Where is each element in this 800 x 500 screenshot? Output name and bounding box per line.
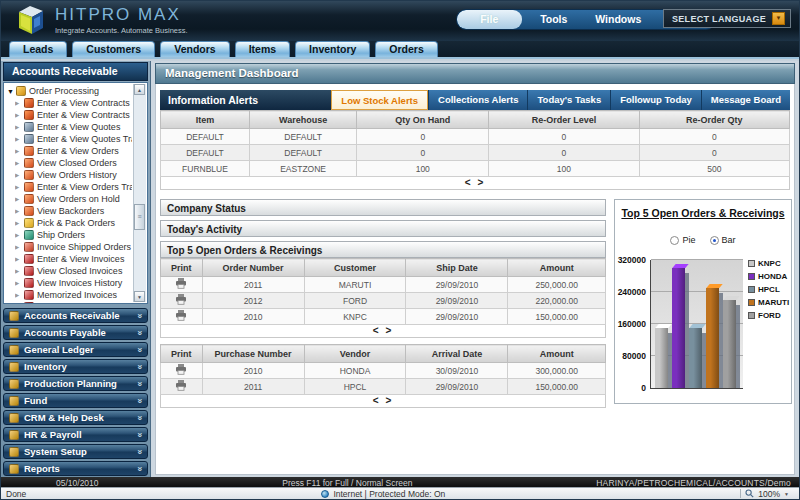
scroll-up-icon[interactable]: ▲ [134, 84, 145, 95]
legend-swatch [748, 286, 755, 293]
nav-tab-leads[interactable]: Leads [9, 41, 67, 57]
radio-bar-icon[interactable] [710, 236, 719, 245]
sidebar-section-inventory[interactable]: Inventory» [3, 359, 148, 374]
low-stock-alerts-table: ItemWarehouseQty On HandRe-Order LevelRe… [160, 110, 790, 177]
nav-tab-vendors[interactable]: Vendors [160, 41, 229, 57]
tree-item-memorized-invoices[interactable]: ▶Memorized Invoices [15, 289, 132, 301]
bar-hpcl[interactable] [689, 328, 702, 388]
bar-honda[interactable] [672, 268, 685, 388]
cell: DEFAULT [161, 145, 250, 161]
tree-item-view-closed-orders[interactable]: ▶View Closed Orders [15, 157, 132, 169]
cell: 250,000.00 [508, 277, 606, 293]
app-logo: HITPRO MAX Integrate Accounts. Automate … [13, 4, 188, 36]
cell: 29/09/2010 [406, 309, 508, 325]
sidebar-section-reports[interactable]: Reports» [3, 461, 148, 476]
alert-tab-collections-alerts[interactable]: Collections Alerts [428, 90, 527, 110]
sidebar-section-fund[interactable]: Fund» [3, 393, 148, 408]
sidebar-section-accounts-receivable[interactable]: Accounts Receivable» [3, 308, 148, 323]
tree-item-view-invoices-history[interactable]: ▶View Invoices History [15, 277, 132, 289]
cell: EASTZONE [249, 161, 356, 177]
select-language-label: SELECT LANGUAGE [672, 14, 766, 24]
tree-item-enter-view-orders-tracking[interactable]: ▶Enter & View Orders Tracking [15, 181, 132, 193]
tree-item-enter-view-orders[interactable]: ▶Enter & View Orders [15, 145, 132, 157]
alert-tab-message-board[interactable]: Message Board [701, 90, 790, 110]
panel-todays-activity[interactable]: Today's Activity [160, 220, 606, 237]
nav-tab-orders[interactable]: Orders [375, 41, 437, 57]
body-row: Accounts Receivable ▼Order Processing▶En… [1, 61, 799, 477]
bar-knpc[interactable] [655, 328, 668, 388]
contract-icon [24, 110, 34, 120]
tree-scrollbar[interactable]: ▲▼ [133, 84, 146, 302]
zoom-control[interactable]: 100% ▼ [740, 489, 789, 499]
sidebar-section-crm-help-desk[interactable]: CRM & Help Desk» [3, 410, 148, 425]
nav-tab-customers[interactable]: Customers [72, 41, 155, 57]
alert-tab-today-s-tasks[interactable]: Today's Tasks [527, 90, 610, 110]
menu-item-windows[interactable]: Windows [586, 10, 651, 29]
invoice-icon [24, 278, 34, 288]
y-tick-label: 320000 [618, 255, 646, 265]
tree-item-enter-view-quotes[interactable]: ▶Enter & View Quotes [15, 121, 132, 133]
tree-item-ship-orders[interactable]: ▶Ship Orders [15, 229, 132, 241]
status-date: 05/10/2010 [56, 478, 99, 488]
orders-pagination[interactable]: < > [160, 325, 606, 338]
cell: 500 [639, 161, 789, 177]
y-tick-label: 80000 [622, 351, 646, 361]
sidebar-section-hr-payroll[interactable]: HR & Payroll» [3, 427, 148, 442]
sidebar-section-production-planning[interactable]: Production Planning» [3, 376, 148, 391]
tree-item-invoice-shipped-orders[interactable]: ▶Invoice Shipped Orders [15, 241, 132, 253]
sidebar-section-accounts-payable[interactable]: Accounts Payable» [3, 325, 148, 340]
menu-item-file[interactable]: File [457, 10, 522, 29]
panel-company-status[interactable]: Company Status [160, 199, 606, 216]
scroll-down-icon[interactable]: ▼ [134, 291, 145, 302]
printer-icon[interactable] [175, 380, 187, 391]
status-hint: Press F11 for Full / Normal Screen [99, 478, 597, 488]
tree-item-pick-pack-orders[interactable]: ▶Pick & Pack Orders [15, 217, 132, 229]
tree-item-order-processing[interactable]: ▼Order Processing [7, 85, 132, 97]
low-stock-row: FURNBLUEEASTZONE100100500 [161, 161, 790, 177]
chart-type-bar[interactable]: Bar [710, 235, 736, 245]
tree-item-view-orders-on-hold[interactable]: ▶View Orders on Hold [15, 193, 132, 205]
tree-item-view-closed-invoices[interactable]: ▶View Closed Invoices [15, 265, 132, 277]
cell: 2011 [202, 379, 304, 395]
sidebar-section-general-ledger[interactable]: General Ledger» [3, 342, 148, 357]
tree-item-enter-view-contracts[interactable]: ▶Enter & View Contracts [15, 97, 132, 109]
chart-plot-area [650, 260, 743, 389]
hitpro-max-window: HITPRO MAX Integrate Accounts. Automate … [0, 0, 800, 500]
tree-item-enter-view-contracts-tracking[interactable]: ▶Enter & View Contracts Tracking [15, 109, 132, 121]
tree-item-enter-view-invoices[interactable]: ▶Enter & View Invoices [15, 253, 132, 265]
module-tab-bar: LeadsCustomersVendorsItemsInventoryOrder… [1, 41, 799, 59]
bar-maruti[interactable] [706, 288, 719, 388]
invoice-icon [24, 290, 34, 300]
column-header-vendor: Vendor [304, 345, 406, 363]
printer-icon[interactable] [175, 278, 187, 289]
chart-type-pie[interactable]: Pie [670, 235, 695, 245]
select-language-button[interactable]: SELECT LANGUAGE ▼ [663, 9, 791, 28]
nav-tab-inventory[interactable]: Inventory [295, 41, 370, 57]
order-doc-icon [24, 194, 34, 204]
low-stock-pagination[interactable]: < > [160, 177, 790, 190]
scroll-thumb[interactable] [134, 204, 145, 230]
printer-icon[interactable] [175, 364, 187, 375]
bar-ford[interactable] [723, 300, 736, 388]
nav-tab-items[interactable]: Items [235, 41, 290, 57]
printer-icon[interactable] [175, 294, 187, 305]
alert-tab-low-stock-alerts[interactable]: Low Stock Alerts [331, 90, 428, 110]
alert-tabs: Low Stock AlertsCollections AlertsToday'… [331, 90, 790, 110]
sidebar-accordion: Accounts Receivable»Accounts Payable»Gen… [3, 306, 148, 476]
tree-item-view-orders-history[interactable]: ▶View Orders History [15, 169, 132, 181]
sidebar: Accounts Receivable ▼Order Processing▶En… [1, 61, 151, 477]
purchases-pagination[interactable]: < > [160, 395, 606, 408]
tree-item-view-backorders[interactable]: ▶View Backorders [15, 205, 132, 217]
printer-icon[interactable] [175, 310, 187, 321]
panel-top5-orders[interactable]: Top 5 Open Orders & Receivings [160, 241, 606, 258]
cell: HPCL [304, 379, 406, 395]
tree-item-enter-view-quotes-tracking[interactable]: ▶Enter & View Quotes Tracking [15, 133, 132, 145]
menu-item-tools[interactable]: Tools [522, 10, 587, 29]
chevron-expand-icon: » [134, 364, 144, 369]
sidebar-section-system-setup[interactable]: System Setup» [3, 444, 148, 459]
radio-pie-icon[interactable] [670, 236, 679, 245]
tree-item-enter-view-invoices-tracking[interactable]: ▶Enter & View Invoices Tracking [15, 301, 132, 304]
column-header-customer: Customer [304, 259, 406, 277]
alert-tab-followup-today[interactable]: Followup Today [610, 90, 701, 110]
security-zone: Internet | Protected Mode: On [321, 489, 445, 499]
